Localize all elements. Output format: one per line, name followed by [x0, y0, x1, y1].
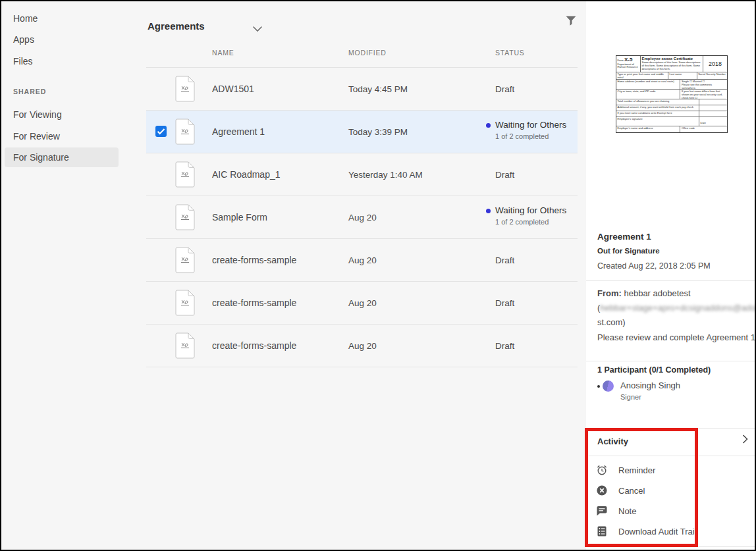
- thumb-field: Total number of allowances you are claim…: [616, 99, 699, 105]
- activity-item-label: Cancel: [618, 486, 645, 496]
- participant-avatar: [603, 380, 614, 392]
- row-status: Draft: [495, 255, 514, 265]
- thumb-field: Office code: [680, 126, 727, 132]
- agreements-table: ADW1501 Today 4:45 PM Draft Agreement 1 …: [146, 67, 578, 367]
- divider: [586, 546, 756, 547]
- row-substatus: 1 of 2 completed: [495, 132, 549, 140]
- table-row[interactable]: create-forms-sample Aug 20 Draft: [146, 282, 578, 325]
- thumb-field: City or town, state, and ZIP code: [616, 90, 680, 99]
- table-row[interactable]: Sample Form Aug 20 Waiting for Others 1 …: [146, 196, 578, 239]
- page-title: Agreements: [148, 20, 205, 32]
- row-status: Waiting for Others: [495, 120, 566, 130]
- divider: [586, 280, 756, 281]
- participant-bullet: [597, 385, 600, 388]
- row-name: Agreement 1: [212, 126, 265, 137]
- row-status: Draft: [495, 298, 514, 308]
- row-name: create-forms-sample: [212, 255, 296, 265]
- cancel-circle-icon: [596, 485, 608, 496]
- row-name: AIC Roadmap_1: [212, 169, 281, 180]
- thumb-year: 2018: [703, 56, 727, 72]
- divider: [586, 456, 756, 456]
- sidebar-item-apps[interactable]: Apps: [13, 34, 34, 45]
- status-dot: [486, 209, 491, 213]
- activity-item-download-audit-trail[interactable]: Download Audit Trail: [596, 525, 697, 537]
- thumb-desc: Some descriptions of this form. Some des…: [642, 61, 701, 70]
- from-label: From:: [597, 288, 622, 298]
- row-modified: Yesterday 1:40 AM: [348, 170, 423, 180]
- row-status: Waiting for Others: [495, 205, 566, 215]
- participants-header: 1 Participant (0/1 Completed): [597, 365, 711, 375]
- activity-item-cancel[interactable]: Cancel: [596, 485, 645, 496]
- audit-trail-icon: [596, 525, 608, 537]
- row-modified: Aug 20: [348, 255, 377, 265]
- divider: [586, 428, 756, 429]
- activity-item-label: Download Audit Trail: [618, 527, 697, 537]
- row-name: ADW1501: [212, 84, 254, 94]
- row-name: create-forms-sample: [212, 340, 296, 351]
- row-name: create-forms-sample: [212, 298, 296, 308]
- row-substatus: 1 of 2 completed: [495, 218, 549, 226]
- row-status: Draft: [495, 170, 514, 180]
- thumb-field: Date: [699, 117, 727, 126]
- sign-document-icon: [175, 161, 195, 190]
- table-row[interactable]: create-forms-sample Aug 20 Draft: [146, 325, 578, 367]
- detail-status: Out for Signature: [597, 247, 660, 255]
- sign-document-icon: [175, 332, 195, 361]
- sidebar-item-home[interactable]: Home: [13, 13, 38, 24]
- sidebar-item-label: For Signature: [13, 152, 69, 163]
- table-row[interactable]: create-forms-sample Aug 20 Draft: [146, 239, 578, 282]
- alarm-clock-icon: [596, 464, 608, 476]
- activity-item-note[interactable]: Note: [596, 505, 636, 517]
- sign-document-icon: [175, 76, 195, 105]
- thumb-field: Additional amount, if any, you want with…: [616, 105, 699, 111]
- table-row[interactable]: ADW1501 Today 4:45 PM Draft: [146, 68, 578, 111]
- activity-item-label: Reminder: [618, 465, 655, 475]
- column-header-name: NAME: [212, 49, 234, 57]
- sign-document-icon: [175, 204, 195, 233]
- thumb-form-no: X-5: [624, 57, 632, 63]
- thumb-field: Employee's signature: [616, 117, 699, 126]
- detail-message: Please review and complete Agreement 1.: [597, 332, 756, 342]
- thumb-dept: Department of Human Resource: [618, 63, 639, 70]
- thumb-form-word: Form: [618, 59, 624, 62]
- document-thumbnail[interactable]: Form X-5 Department of Human Resource Em…: [616, 55, 728, 133]
- row-checkbox[interactable]: [155, 126, 167, 137]
- chevron-right-icon[interactable]: [742, 434, 748, 446]
- row-status: Draft: [495, 341, 514, 351]
- detail-from: From: hebbar adobetest: [597, 288, 691, 298]
- sidebar-item-for-review[interactable]: For Review: [13, 131, 60, 142]
- sign-document-icon: [175, 290, 195, 319]
- chevron-down-icon[interactable]: [253, 23, 262, 35]
- table-row-selected[interactable]: Agreement 1 Today 3:39 PM Waiting for Ot…: [146, 111, 578, 153]
- divider: [586, 361, 756, 361]
- row-modified: Aug 20: [348, 298, 377, 308]
- thumb-field: Employer's name and address: [616, 126, 680, 132]
- from-name: hebbar adobetest: [624, 288, 690, 298]
- column-header-status: STATUS: [495, 49, 525, 57]
- thumb-field: Last name: [668, 72, 697, 79]
- row-status: Draft: [495, 84, 514, 94]
- sidebar-item-for-signature[interactable]: For Signature: [5, 147, 119, 167]
- row-modified: Aug 20: [348, 341, 377, 351]
- detail-title: Agreement 1: [597, 232, 651, 242]
- filter-funnel-icon[interactable]: [566, 16, 576, 28]
- row-modified: Aug 20: [348, 213, 377, 223]
- thumb-field: Type or print your first name and middle…: [616, 72, 668, 79]
- app-window: Home Apps Files SHARED For Viewing For R…: [0, 0, 756, 551]
- table-row[interactable]: AIC Roadmap_1 Yesterday 1:40 AM Draft: [146, 153, 578, 196]
- sign-document-icon: [175, 118, 195, 147]
- thumb-field: Home address (number and street or rural…: [616, 80, 680, 89]
- sidebar-item-files[interactable]: Files: [13, 56, 33, 66]
- activity-item-reminder[interactable]: Reminder: [596, 464, 655, 476]
- sidebar-section-shared: SHARED: [13, 88, 46, 95]
- sign-document-icon: [175, 247, 195, 276]
- thumb-field: If you meet some conditions write Exempt…: [616, 111, 699, 117]
- sidebar-item-for-viewing[interactable]: For Viewing: [13, 109, 62, 120]
- participant-name: Anosingh Singh: [620, 380, 680, 390]
- thumb-field: Please see the comments somewhere.: [682, 84, 726, 89]
- status-dot: [486, 123, 491, 128]
- participant-role: Signer: [620, 393, 641, 401]
- thumb-field: Social Security Number: [697, 72, 727, 79]
- row-name: Sample Form: [212, 212, 267, 223]
- activity-header: Activity: [597, 436, 628, 446]
